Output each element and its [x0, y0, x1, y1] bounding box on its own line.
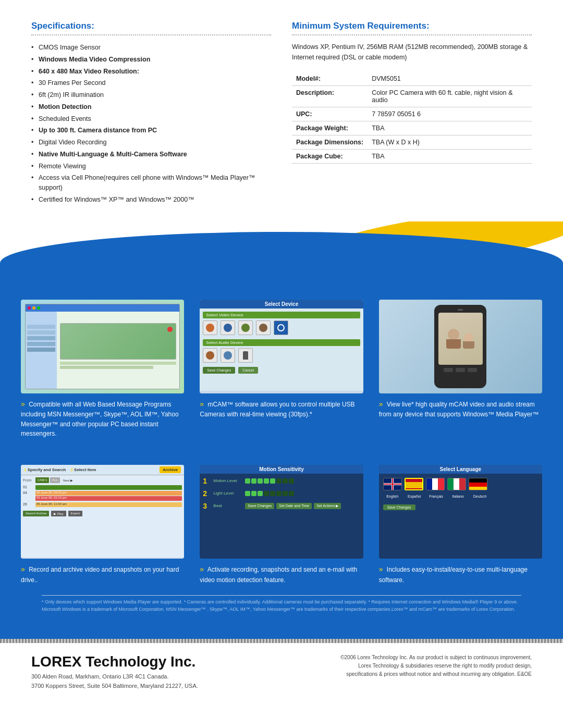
list-item: 6ft (2m) IR illumination — [31, 89, 271, 101]
ss5-dot-active — [251, 478, 256, 484]
table-row: Model#: DVM5051 — [292, 72, 532, 86]
lang-label-fr: Français — [427, 495, 446, 498]
list-item: Digital Video Recording — [31, 137, 271, 149]
feature-desc-1: » Compatible with all Web Based Message … — [21, 399, 184, 439]
ss6-background: Select Language — [379, 465, 542, 559]
screenshots-row-1: » Compatible with all Web Based Message … — [21, 284, 542, 449]
ss5-dot-inactive — [276, 491, 282, 496]
table-label: Package Cube: — [292, 150, 368, 164]
list-item: Up to 300 ft. Camera distance from PC — [31, 125, 271, 137]
blue-section: » Compatible with all Web Based Message … — [0, 284, 563, 639]
requirements-heading: Minimum System Requirements: — [292, 21, 532, 35]
ss5-dot-active — [258, 491, 263, 496]
ss6-flags-row — [383, 478, 538, 490]
ss2-background: Select Device Select Video Device Select… — [200, 300, 363, 393]
ss3-screen — [438, 313, 483, 365]
screenshot-img-5: Motion Sensitivity 1 Motion Level — [200, 465, 363, 559]
requirements-description: Windows XP, Pentium IV, 256MB RAM (512MB… — [292, 42, 532, 63]
cancel-button[interactable]: Cancel — [238, 367, 258, 374]
list-item: Scheduled Events — [31, 113, 271, 125]
ss1-background — [21, 300, 184, 393]
ss5-dot-active — [245, 478, 250, 484]
archive-button[interactable]: Archive — [160, 466, 181, 473]
save-changes-button[interactable]: Save Changes — [245, 503, 274, 509]
footer-left: LOREX Technology Inc. 300 Alden Road, Ma… — [31, 653, 198, 690]
address-line-2: 3700 Koppers Street, Suite 504 Baltimore… — [31, 683, 198, 689]
list-item: 640 x 480 Max Video Resolution: — [31, 66, 271, 78]
ss5-motion-level-row: 1 Motion Level — [203, 477, 360, 485]
ss4-bar-01 — [35, 485, 182, 490]
ss5-body: 1 Motion Level — [200, 474, 363, 517]
requirements-table: Model#: DVM5051 Description: Color PC Ca… — [292, 72, 532, 164]
french-flag[interactable] — [426, 478, 445, 490]
maximize-dot-icon — [37, 306, 40, 310]
set-date-time-button[interactable]: Set Date and Time — [276, 503, 312, 509]
set-actions-button[interactable]: Set Actions ▶ — [314, 503, 341, 509]
save-changes-button[interactable]: Save Changes — [203, 367, 235, 374]
ss4-play-button[interactable]: ▶ Play — [51, 511, 66, 516]
ss2-video-label: Select Video Device — [203, 312, 360, 318]
ss1-content — [26, 312, 179, 389]
footer-right: ©2006 Lorex Technology Inc. As our produ… — [334, 653, 532, 678]
german-flag[interactable] — [469, 478, 487, 490]
ss5-beat-buttons: Save Changes Set Date and Time Set Actio… — [245, 503, 341, 509]
ss5-dot-inactive — [289, 491, 294, 496]
ss4-filter-buttons: CAM 1 ALL Next ▶ — [35, 477, 75, 483]
next-button[interactable]: Next ▶ — [61, 477, 75, 483]
ss5-motion-dots — [245, 478, 294, 484]
ss4-content: From CAM 1 ALL Next ▶ 01 04 — [21, 475, 184, 558]
ss5-dot-active — [270, 478, 275, 484]
arrow-icon-6: » — [379, 565, 383, 573]
feature-text-5: Activate recording, snapshots and send a… — [200, 566, 357, 584]
table-row: UPC: 7 78597 05051 6 — [292, 107, 532, 121]
list-item: Certified for Windows™ XP™ and Windows™ … — [31, 194, 271, 206]
list-item: Windows Media Video Compression — [31, 54, 271, 66]
ss4-filter-label: From — [23, 478, 33, 482]
cam-1-button[interactable]: CAM 1 — [35, 477, 49, 483]
copyright-text: ©2006 Lorex Technology Inc. As our produ… — [334, 653, 532, 678]
ss5-motion-label: Motion Level — [213, 478, 242, 483]
ss5-dot-active — [258, 478, 263, 484]
list-item: Remote Viewing — [31, 161, 271, 172]
list-item: Native Multi-Language & Multi-Camera Sof… — [31, 149, 271, 161]
ss1-titlebar-dots — [28, 306, 40, 310]
table-value: Color PC Camera with 60 ft. cable, night… — [368, 86, 532, 107]
screenshot-img-6: Select Language — [379, 465, 542, 559]
table-label: UPC: — [292, 107, 368, 121]
table-row: Package Cube: TBA — [292, 150, 532, 164]
ss2-icon-box — [203, 320, 217, 335]
english-flag[interactable] — [383, 478, 402, 490]
screenshot-img-4: 1 Specify and Search 2 Select Item Archi… — [21, 465, 184, 559]
footer-address: 300 Alden Road, Markham, Ontario L3R 4C1… — [31, 672, 198, 690]
ss5-light-dots — [245, 491, 294, 496]
feature-text-3: View live* high quality mCAM video and a… — [379, 401, 539, 418]
ss4-row-03: 26 05 June 08, 11:00 am — [23, 502, 182, 508]
ss5-beat-label: Beat — [213, 503, 242, 508]
ss2-icon-box — [256, 320, 271, 335]
ss6-header: Select Language — [379, 465, 542, 474]
ss4-row-02: 04 05 June 08, 09:20 pm 05 June 08, 03:1… — [23, 491, 182, 501]
save-changes-button[interactable]: Save Changes — [383, 504, 415, 510]
screenshot-item-1: » Compatible with all Web Based Message … — [21, 300, 184, 439]
table-label: Package Dimensions: — [292, 135, 368, 150]
ss4-date: 04 — [23, 491, 33, 501]
disclaimer-paragraph: * Only devices which support Windows Med… — [42, 599, 521, 613]
spanish-flag[interactable] — [405, 478, 423, 490]
screenshot-item-3: » View live* high quality mCAM video and… — [379, 300, 542, 419]
ss1-titlebar — [26, 304, 179, 312]
ss4-export-button[interactable]: Export — [68, 511, 82, 516]
list-item: Access via Cell Phone(requires cell phon… — [31, 172, 271, 194]
table-label: Model#: — [292, 72, 368, 86]
specs-column: Specifications: CMOS Image Sensor Window… — [31, 21, 271, 206]
all-button[interactable]: ALL — [50, 477, 60, 483]
table-value: 7 78597 05051 6 — [368, 107, 532, 121]
search-archive-button[interactable]: Search Archive — [23, 511, 49, 516]
table-row: Package Weight: TBA — [292, 121, 532, 135]
ss5-background: Motion Sensitivity 1 Motion Level — [200, 465, 363, 559]
ss6-body: English Español Français Italiano Deutsc… — [379, 474, 542, 514]
ss5-number-1: 1 — [203, 477, 210, 485]
table-value: TBA (W x D x H) — [368, 135, 532, 150]
ss3-phone — [434, 305, 486, 388]
italian-flag[interactable] — [447, 478, 466, 490]
table-value: TBA — [368, 150, 532, 164]
